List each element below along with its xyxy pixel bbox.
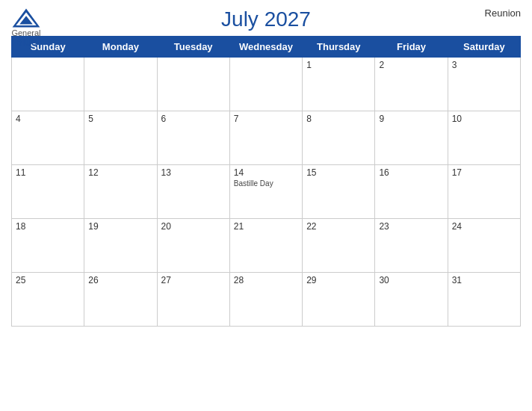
day-number: 13 bbox=[161, 167, 226, 178]
calendar-cell: 28 bbox=[229, 273, 302, 327]
logo-area: General Blue bbox=[11, 7, 41, 48]
calendar-cell: 2 bbox=[375, 58, 448, 111]
calendar-cell: 12 bbox=[84, 165, 157, 219]
day-number: 26 bbox=[88, 275, 152, 285]
month-title: July 2027 bbox=[221, 7, 311, 31]
calendar-table: Sunday Monday Tuesday Wednesday Thursday… bbox=[11, 36, 521, 327]
calendar-cell: 31 bbox=[448, 273, 520, 327]
day-number: 15 bbox=[306, 167, 371, 178]
day-number: 29 bbox=[306, 275, 371, 285]
calendar-cell: 15 bbox=[303, 165, 375, 219]
calendar-cell: 8 bbox=[303, 111, 375, 165]
calendar-cell: 20 bbox=[157, 219, 229, 273]
day-number: 21 bbox=[234, 221, 298, 232]
day-number: 7 bbox=[234, 114, 298, 124]
day-number: 27 bbox=[161, 275, 226, 285]
day-number: 10 bbox=[452, 114, 516, 124]
calendar-week-row-3: 11121314Bastille Day151617 bbox=[12, 165, 521, 219]
calendar-cell: 9 bbox=[375, 111, 448, 165]
calendar-week-row-5: 25262728293031 bbox=[12, 273, 521, 327]
header-tuesday: Tuesday bbox=[157, 37, 229, 58]
calendar-cell: 6 bbox=[157, 111, 229, 165]
header-saturday: Saturday bbox=[448, 37, 520, 58]
header-friday: Friday bbox=[375, 37, 448, 58]
calendar-cell bbox=[12, 58, 84, 111]
day-number: 16 bbox=[379, 167, 443, 178]
day-number: 24 bbox=[452, 221, 516, 232]
day-number: 31 bbox=[452, 275, 516, 285]
day-number: 2 bbox=[379, 60, 443, 70]
weekday-header-row: Sunday Monday Tuesday Wednesday Thursday… bbox=[12, 37, 521, 58]
calendar-cell: 26 bbox=[84, 273, 157, 327]
calendar-cell: 1 bbox=[303, 58, 375, 111]
header-row: General Blue July 2027 Reunion bbox=[11, 7, 521, 31]
calendar-cell: 14Bastille Day bbox=[229, 165, 302, 219]
day-number: 5 bbox=[88, 114, 152, 124]
day-number: 19 bbox=[88, 221, 152, 232]
day-number: 22 bbox=[306, 221, 371, 232]
calendar-cell: 16 bbox=[375, 165, 448, 219]
calendar-cell bbox=[84, 58, 157, 111]
logo-blue-text: Blue bbox=[16, 37, 37, 48]
day-number: 28 bbox=[234, 275, 298, 285]
calendar-cell: 18 bbox=[12, 219, 84, 273]
calendar-cell: 10 bbox=[448, 111, 520, 165]
calendar-wrapper: General Blue July 2027 Reunion Sunday Mo… bbox=[0, 0, 532, 411]
calendar-cell: 4 bbox=[12, 111, 84, 165]
calendar-week-row-1: 123 bbox=[12, 58, 521, 111]
day-number: 1 bbox=[306, 60, 371, 70]
calendar-cell bbox=[157, 58, 229, 111]
day-number: 14 bbox=[234, 167, 298, 178]
day-number: 18 bbox=[16, 221, 80, 232]
calendar-cell: 30 bbox=[375, 273, 448, 327]
header-wednesday: Wednesday bbox=[229, 37, 302, 58]
calendar-cell: 5 bbox=[84, 111, 157, 165]
day-number: 11 bbox=[16, 167, 80, 178]
event-text: Bastille Day bbox=[234, 179, 298, 188]
day-number: 4 bbox=[16, 114, 80, 124]
day-number: 12 bbox=[88, 167, 152, 178]
calendar-week-row-2: 45678910 bbox=[12, 111, 521, 165]
day-number: 25 bbox=[16, 275, 80, 285]
day-number: 23 bbox=[379, 221, 443, 232]
header-monday: Monday bbox=[84, 37, 157, 58]
calendar-cell: 25 bbox=[12, 273, 84, 327]
calendar-cell: 23 bbox=[375, 219, 448, 273]
calendar-cell: 22 bbox=[303, 219, 375, 273]
calendar-cell: 17 bbox=[448, 165, 520, 219]
calendar-cell: 13 bbox=[157, 165, 229, 219]
calendar-cell: 27 bbox=[157, 273, 229, 327]
calendar-cell: 19 bbox=[84, 219, 157, 273]
day-number: 30 bbox=[379, 275, 443, 285]
calendar-cell: 7 bbox=[229, 111, 302, 165]
day-number: 20 bbox=[161, 221, 226, 232]
day-number: 17 bbox=[452, 167, 516, 178]
calendar-cell: 21 bbox=[229, 219, 302, 273]
generalblue-logo-icon bbox=[11, 7, 41, 28]
calendar-week-row-4: 18192021222324 bbox=[12, 219, 521, 273]
day-number: 8 bbox=[306, 114, 371, 124]
region-label: Reunion bbox=[485, 7, 521, 19]
day-number: 6 bbox=[161, 114, 226, 124]
day-number: 3 bbox=[452, 60, 516, 70]
calendar-cell: 3 bbox=[448, 58, 520, 111]
calendar-cell: 29 bbox=[303, 273, 375, 327]
calendar-cell: 24 bbox=[448, 219, 520, 273]
day-number: 9 bbox=[379, 114, 443, 124]
calendar-cell: 11 bbox=[12, 165, 84, 219]
header-thursday: Thursday bbox=[303, 37, 375, 58]
calendar-cell bbox=[229, 58, 302, 111]
